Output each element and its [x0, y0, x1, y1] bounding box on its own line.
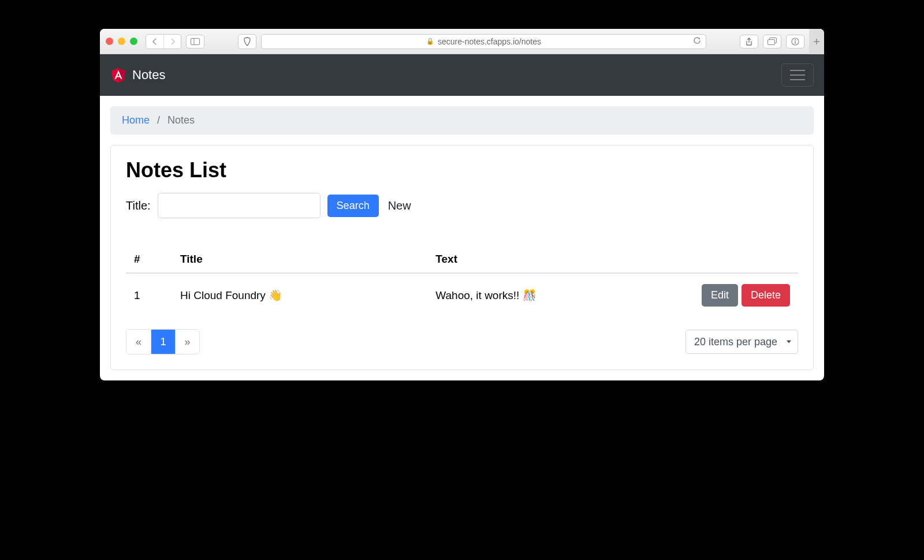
- info-icon: [791, 38, 799, 46]
- cell-title: Hi Cloud Foundry 👋: [172, 273, 427, 318]
- plus-icon: [813, 38, 820, 45]
- minimize-window-button[interactable]: [118, 38, 125, 45]
- search-row: Title: Search New: [126, 193, 798, 218]
- brand[interactable]: Notes: [110, 66, 165, 84]
- notes-table: # Title Text 1Hi Cloud Foundry 👋Wahoo, i…: [126, 246, 798, 318]
- title-label: Title:: [126, 199, 151, 212]
- breadcrumb-separator: /: [157, 114, 160, 126]
- edit-button[interactable]: Edit: [702, 284, 738, 307]
- svg-point-5: [795, 39, 796, 40]
- page-content: Home / Notes Notes List Title: Search Ne…: [100, 96, 824, 380]
- chevron-right-icon: [170, 38, 176, 45]
- cell-id: 1: [126, 273, 172, 318]
- hamburger-icon: [790, 74, 805, 76]
- search-button[interactable]: Search: [327, 195, 379, 217]
- table-row: 1Hi Cloud Foundry 👋Wahoo, it works!! 🎊Ed…: [126, 273, 798, 318]
- forward-button[interactable]: [163, 35, 181, 48]
- lock-icon: 🔒: [426, 38, 434, 45]
- col-id: #: [126, 246, 172, 273]
- browser-chrome: 🔒 secure-notes.cfapps.io/notes: [100, 29, 824, 54]
- nav-buttons: [146, 34, 181, 49]
- breadcrumb-current: Notes: [167, 114, 195, 126]
- notes-card: Notes List Title: Search New # Title Tex…: [110, 145, 814, 370]
- sidebar-icon: [191, 38, 200, 45]
- per-page-wrap: 20 items per page: [685, 330, 798, 354]
- browser-window: 🔒 secure-notes.cfapps.io/notes: [100, 29, 824, 380]
- address-bar[interactable]: 🔒 secure-notes.cfapps.io/notes: [261, 34, 706, 49]
- close-window-button[interactable]: [106, 38, 113, 45]
- page-prev-button[interactable]: «: [126, 330, 151, 354]
- col-text: Text: [427, 246, 683, 273]
- brand-text: Notes: [132, 68, 165, 83]
- shield-icon: [243, 37, 251, 46]
- table-footer: « 1 » 20 items per page: [126, 329, 798, 354]
- breadcrumb: Home / Notes: [110, 106, 814, 135]
- app-navbar: Notes: [100, 54, 824, 96]
- new-note-link[interactable]: New: [388, 199, 411, 212]
- reload-icon: [693, 36, 701, 44]
- page-next-button[interactable]: »: [175, 330, 199, 354]
- page-1-button[interactable]: 1: [151, 330, 175, 354]
- title-search-input[interactable]: [158, 193, 321, 218]
- share-icon: [746, 38, 752, 46]
- per-page-select[interactable]: 20 items per page: [685, 330, 798, 354]
- info-button[interactable]: [786, 35, 804, 48]
- window-controls: [106, 38, 137, 45]
- col-title: Title: [172, 246, 427, 273]
- maximize-window-button[interactable]: [130, 38, 137, 45]
- menu-toggle-button[interactable]: [781, 64, 814, 87]
- pagination: « 1 »: [126, 329, 200, 354]
- share-button[interactable]: [740, 35, 758, 48]
- page-title: Notes List: [126, 158, 798, 182]
- sidebar-toggle-button[interactable]: [186, 35, 204, 48]
- breadcrumb-home-link[interactable]: Home: [122, 114, 150, 126]
- new-tab-button[interactable]: [809, 29, 824, 54]
- tabs-icon: [767, 38, 777, 45]
- cell-text: Wahoo, it works!! 🎊: [427, 273, 683, 318]
- reload-button[interactable]: [693, 36, 701, 46]
- tabs-button[interactable]: [763, 35, 781, 48]
- delete-button[interactable]: Delete: [742, 284, 790, 307]
- svg-rect-6: [795, 41, 795, 44]
- privacy-report-button[interactable]: [238, 34, 256, 49]
- svg-rect-3: [768, 40, 775, 45]
- back-button[interactable]: [146, 35, 163, 48]
- url-text: secure-notes.cfapps.io/notes: [438, 37, 541, 46]
- svg-rect-0: [191, 38, 200, 44]
- chevron-left-icon: [152, 38, 158, 45]
- angular-logo-icon: [110, 66, 126, 84]
